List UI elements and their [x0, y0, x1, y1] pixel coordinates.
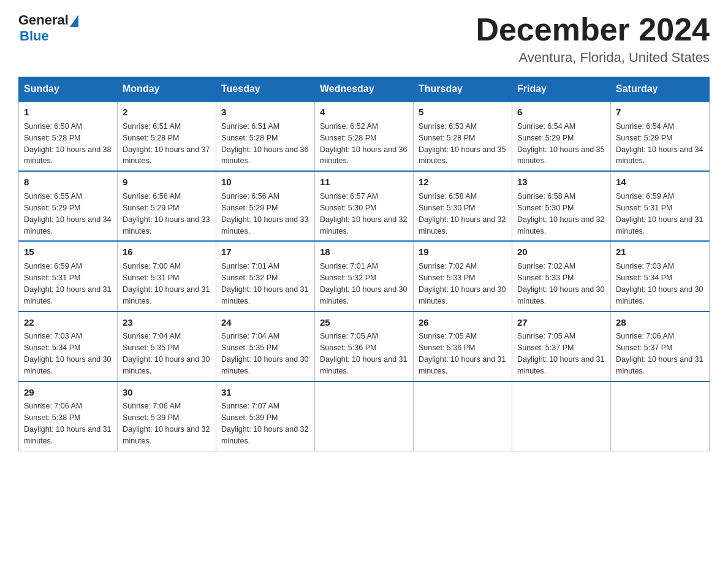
- calendar-cell: 19Sunrise: 7:02 AMSunset: 5:33 PMDayligh…: [414, 241, 512, 311]
- calendar-week-1: 1Sunrise: 6:50 AMSunset: 5:28 PMDaylight…: [19, 101, 710, 171]
- day-info: Sunrise: 7:03 AMSunset: 5:34 PMDaylight:…: [616, 262, 703, 305]
- calendar-cell: 27Sunrise: 7:05 AMSunset: 5:37 PMDayligh…: [512, 312, 611, 381]
- day-info: Sunrise: 7:02 AMSunset: 5:33 PMDaylight:…: [419, 262, 506, 305]
- day-info: Sunrise: 6:56 AMSunset: 5:29 PMDaylight:…: [221, 192, 308, 236]
- calendar-cell: 11Sunrise: 6:57 AMSunset: 5:30 PMDayligh…: [315, 171, 414, 241]
- calendar-cell: 18Sunrise: 7:01 AMSunset: 5:32 PMDayligh…: [315, 241, 414, 311]
- day-number: 16: [123, 245, 211, 259]
- day-info: Sunrise: 6:57 AMSunset: 5:30 PMDaylight:…: [320, 192, 407, 236]
- calendar-cell: 2Sunrise: 6:51 AMSunset: 5:28 PMDaylight…: [118, 101, 216, 171]
- col-wednesday: Wednesday: [315, 77, 414, 102]
- calendar-cell: 16Sunrise: 7:00 AMSunset: 5:31 PMDayligh…: [118, 241, 216, 311]
- day-info: Sunrise: 6:54 AMSunset: 5:29 PMDaylight:…: [616, 122, 703, 166]
- day-number: 26: [419, 316, 507, 329]
- calendar-week-3: 15Sunrise: 6:59 AMSunset: 5:31 PMDayligh…: [19, 241, 710, 311]
- calendar-cell: 6Sunrise: 6:54 AMSunset: 5:29 PMDaylight…: [512, 101, 611, 171]
- day-number: 12: [419, 175, 507, 189]
- calendar-cell: 13Sunrise: 6:58 AMSunset: 5:30 PMDayligh…: [512, 171, 611, 241]
- location-subtitle: Aventura, Florida, United States: [476, 50, 710, 66]
- calendar-header-row: Sunday Monday Tuesday Wednesday Thursday…: [19, 77, 710, 102]
- day-number: 18: [320, 245, 408, 259]
- logo-triangle-icon: [70, 15, 78, 27]
- day-number: 30: [123, 386, 211, 399]
- day-number: 29: [24, 386, 112, 399]
- calendar-cell: 14Sunrise: 6:59 AMSunset: 5:31 PMDayligh…: [611, 171, 710, 241]
- day-number: 24: [221, 316, 309, 329]
- calendar-cell: [414, 381, 512, 451]
- day-number: 1: [24, 105, 112, 119]
- calendar-cell: 22Sunrise: 7:03 AMSunset: 5:34 PMDayligh…: [19, 312, 118, 381]
- day-info: Sunrise: 6:50 AMSunset: 5:28 PMDaylight:…: [24, 122, 111, 166]
- logo-general-text: General: [18, 12, 69, 28]
- calendar-week-4: 22Sunrise: 7:03 AMSunset: 5:34 PMDayligh…: [19, 312, 710, 381]
- day-number: 7: [616, 105, 704, 119]
- day-number: 11: [320, 175, 408, 189]
- day-info: Sunrise: 7:05 AMSunset: 5:37 PMDaylight:…: [517, 332, 604, 375]
- calendar-cell: 23Sunrise: 7:04 AMSunset: 5:35 PMDayligh…: [118, 312, 216, 381]
- day-info: Sunrise: 6:51 AMSunset: 5:28 PMDaylight:…: [123, 122, 210, 166]
- col-sunday: Sunday: [19, 77, 118, 102]
- day-info: Sunrise: 6:52 AMSunset: 5:28 PMDaylight:…: [320, 122, 407, 166]
- day-info: Sunrise: 6:58 AMSunset: 5:30 PMDaylight:…: [419, 192, 506, 236]
- day-number: 2: [123, 105, 211, 119]
- col-friday: Friday: [512, 77, 611, 102]
- day-info: Sunrise: 6:53 AMSunset: 5:28 PMDaylight:…: [419, 122, 506, 166]
- day-info: Sunrise: 6:59 AMSunset: 5:31 PMDaylight:…: [616, 192, 703, 236]
- day-number: 20: [517, 245, 605, 259]
- day-info: Sunrise: 6:54 AMSunset: 5:29 PMDaylight:…: [517, 122, 604, 166]
- day-number: 6: [517, 105, 605, 119]
- day-number: 21: [616, 245, 704, 259]
- calendar-cell: 26Sunrise: 7:05 AMSunset: 5:36 PMDayligh…: [414, 312, 512, 381]
- logo: General Blue: [18, 12, 78, 44]
- calendar-week-5: 29Sunrise: 7:06 AMSunset: 5:38 PMDayligh…: [19, 381, 710, 451]
- calendar-cell: 9Sunrise: 6:56 AMSunset: 5:29 PMDaylight…: [118, 171, 216, 241]
- calendar-cell: 30Sunrise: 7:06 AMSunset: 5:39 PMDayligh…: [118, 381, 216, 451]
- calendar-cell: [512, 381, 611, 451]
- day-info: Sunrise: 6:58 AMSunset: 5:30 PMDaylight:…: [517, 192, 604, 236]
- day-number: 14: [616, 175, 704, 189]
- calendar-table: Sunday Monday Tuesday Wednesday Thursday…: [18, 77, 710, 451]
- calendar-cell: 21Sunrise: 7:03 AMSunset: 5:34 PMDayligh…: [611, 241, 710, 311]
- calendar-cell: [315, 381, 414, 451]
- calendar-cell: 29Sunrise: 7:06 AMSunset: 5:38 PMDayligh…: [19, 381, 118, 451]
- day-number: 28: [616, 316, 704, 329]
- day-info: Sunrise: 7:00 AMSunset: 5:31 PMDaylight:…: [123, 262, 210, 305]
- day-info: Sunrise: 6:59 AMSunset: 5:31 PMDaylight:…: [24, 262, 111, 305]
- col-tuesday: Tuesday: [216, 77, 315, 102]
- day-number: 9: [123, 175, 211, 189]
- calendar-cell: 8Sunrise: 6:55 AMSunset: 5:29 PMDaylight…: [19, 171, 118, 241]
- day-info: Sunrise: 7:03 AMSunset: 5:34 PMDaylight:…: [24, 332, 111, 375]
- day-info: Sunrise: 7:06 AMSunset: 5:37 PMDaylight:…: [616, 332, 703, 375]
- calendar-cell: 20Sunrise: 7:02 AMSunset: 5:33 PMDayligh…: [512, 241, 611, 311]
- day-number: 27: [517, 316, 605, 329]
- calendar-cell: 15Sunrise: 6:59 AMSunset: 5:31 PMDayligh…: [19, 241, 118, 311]
- day-info: Sunrise: 7:05 AMSunset: 5:36 PMDaylight:…: [320, 332, 407, 375]
- calendar-cell: 1Sunrise: 6:50 AMSunset: 5:28 PMDaylight…: [19, 101, 118, 171]
- logo-blue-text: Blue: [20, 28, 49, 44]
- day-info: Sunrise: 6:51 AMSunset: 5:28 PMDaylight:…: [221, 122, 308, 166]
- day-number: 5: [419, 105, 507, 119]
- day-number: 22: [24, 316, 112, 329]
- calendar-cell: 28Sunrise: 7:06 AMSunset: 5:37 PMDayligh…: [611, 312, 710, 381]
- calendar-cell: 10Sunrise: 6:56 AMSunset: 5:29 PMDayligh…: [216, 171, 315, 241]
- month-title: December 2024: [476, 12, 710, 47]
- day-info: Sunrise: 7:07 AMSunset: 5:39 PMDaylight:…: [221, 402, 308, 445]
- day-info: Sunrise: 7:01 AMSunset: 5:32 PMDaylight:…: [221, 262, 308, 305]
- col-monday: Monday: [118, 77, 216, 102]
- col-saturday: Saturday: [611, 77, 710, 102]
- calendar-cell: [611, 381, 710, 451]
- day-number: 17: [221, 245, 309, 259]
- calendar-cell: 4Sunrise: 6:52 AMSunset: 5:28 PMDaylight…: [315, 101, 414, 171]
- day-info: Sunrise: 6:55 AMSunset: 5:29 PMDaylight:…: [24, 192, 111, 236]
- calendar-cell: 7Sunrise: 6:54 AMSunset: 5:29 PMDaylight…: [611, 101, 710, 171]
- day-info: Sunrise: 6:56 AMSunset: 5:29 PMDaylight:…: [123, 192, 210, 236]
- day-number: 31: [221, 386, 309, 399]
- day-info: Sunrise: 7:04 AMSunset: 5:35 PMDaylight:…: [123, 332, 210, 375]
- day-info: Sunrise: 7:06 AMSunset: 5:39 PMDaylight:…: [123, 402, 210, 445]
- day-number: 23: [123, 316, 211, 329]
- calendar-cell: 5Sunrise: 6:53 AMSunset: 5:28 PMDaylight…: [414, 101, 512, 171]
- day-number: 13: [517, 175, 605, 189]
- day-info: Sunrise: 7:02 AMSunset: 5:33 PMDaylight:…: [517, 262, 604, 305]
- day-info: Sunrise: 7:04 AMSunset: 5:35 PMDaylight:…: [221, 332, 308, 375]
- day-info: Sunrise: 7:01 AMSunset: 5:32 PMDaylight:…: [320, 262, 407, 305]
